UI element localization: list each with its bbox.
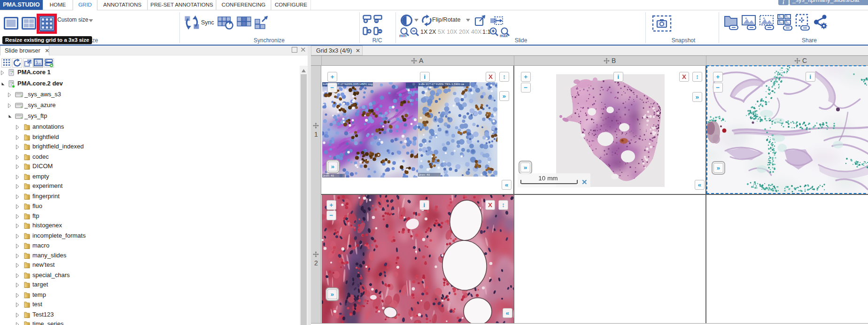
- svg-text:min: min: [399, 33, 406, 38]
- svg-text:max: max: [500, 33, 508, 38]
